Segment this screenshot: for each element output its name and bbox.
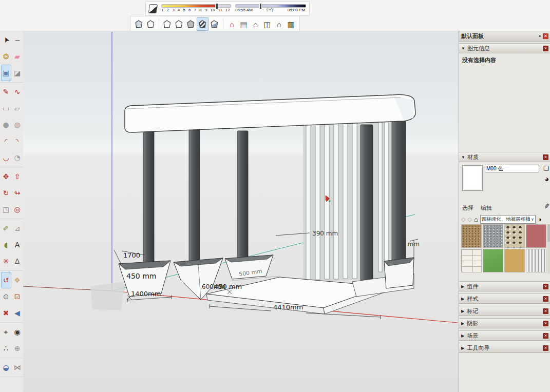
text-tool[interactable]: A [12, 237, 23, 253]
tray-close-button[interactable]: × [543, 33, 548, 39]
collapse-icon[interactable]: ▼ [461, 46, 465, 51]
extra-tool-1[interactable]: ◒ [1, 359, 11, 376]
expand-icon[interactable]: ▶ [461, 297, 464, 301]
material-swatch-sand[interactable] [504, 249, 525, 272]
time-slider-thumb[interactable] [259, 3, 262, 9]
pin-icon[interactable]: • [539, 33, 541, 39]
close-icon[interactable]: × [543, 321, 548, 326]
orbit-tool[interactable]: ↺ [1, 272, 11, 288]
zoom-extents-tool[interactable]: ✖ [1, 305, 11, 321]
date-slider-track[interactable] [161, 4, 231, 8]
viewport[interactable]: 1700450 mm1400mm600mm450 mm500 mm4410mm3… [23, 31, 459, 392]
tray-title-bar[interactable]: 默认面板 • × [459, 31, 550, 42]
arc-tool[interactable]: ◜ [1, 133, 11, 149]
tape-measure-tool[interactable]: ✐ [1, 220, 11, 237]
hidden-line-mode-button[interactable] [173, 17, 185, 31]
3d-text-tool[interactable]: Δ [12, 253, 23, 269]
panel-section-0[interactable]: ▶组件× [459, 281, 550, 291]
expand-icon[interactable]: ▶ [461, 346, 464, 350]
circle-tool[interactable]: ● [1, 116, 11, 133]
panel-section-3[interactable]: ▶阴影× [459, 318, 550, 328]
shaded-with-textures-mode-button[interactable] [197, 17, 208, 31]
polygon-tool[interactable]: ◍ [12, 116, 23, 133]
top-view-button[interactable]: ▤ [238, 17, 250, 31]
materials-header[interactable]: ▼ 材质 × [459, 152, 550, 162]
solid-tools[interactable]: ◪ [12, 65, 23, 81]
panel-section-2[interactable]: ▶标记× [459, 306, 550, 316]
pan-tool[interactable]: ❖ [12, 272, 23, 288]
iso-view-button[interactable]: ⌂ [226, 17, 238, 31]
close-icon[interactable]: × [543, 345, 548, 351]
panel-section-4[interactable]: ▶场景× [459, 330, 550, 341]
zoom-tool[interactable]: ⊙ [1, 288, 11, 305]
paint-bucket-tool[interactable]: ❂ [1, 48, 11, 65]
make-component-tool[interactable]: ▣ [1, 65, 11, 81]
back-view-button[interactable]: ⌂ [273, 17, 285, 31]
entity-info-close-button[interactable]: × [543, 46, 548, 51]
pie-tool[interactable]: ◔ [12, 149, 23, 166]
follow-me-tool[interactable]: ↬ [12, 185, 23, 201]
rotated-rectangle-tool[interactable]: ▱ [12, 100, 23, 116]
material-swatch-grass[interactable] [483, 249, 503, 272]
two-point-arc-tool[interactable]: ◝ [12, 133, 23, 149]
panel-section-5[interactable]: ▶工具向导× [459, 343, 550, 353]
right-view-button[interactable]: ◫ [261, 17, 273, 31]
back-arrow-icon[interactable]: ◇ [461, 216, 465, 223]
tab-select[interactable]: 选择 [462, 204, 473, 212]
walk-tool[interactable]: ∴ [1, 340, 11, 357]
material-swatch-gravel-grey[interactable] [483, 224, 503, 248]
entity-info-header[interactable]: ▼ 图元信息 × [459, 43, 550, 53]
axes-tool[interactable]: ✳ [1, 253, 11, 269]
material-swatch-fence[interactable] [526, 249, 546, 272]
forward-arrow-icon[interactable]: ◇ [467, 216, 471, 223]
sample-paint-pen-icon[interactable]: ✎ [542, 203, 550, 209]
material-swatch-pavers[interactable] [461, 249, 482, 272]
material-name-input[interactable] [485, 165, 539, 172]
lasso-select-tool[interactable]: ∽ [12, 32, 23, 48]
shaded-mode-button[interactable] [185, 17, 197, 31]
rotate-tool[interactable]: ↻ [1, 185, 11, 201]
expand-icon[interactable]: ▶ [461, 309, 464, 313]
close-icon[interactable]: × [543, 296, 548, 302]
move-tool[interactable]: ✥ [1, 168, 11, 185]
eraser-tool[interactable]: ▰ [12, 48, 23, 65]
push-pull-tool[interactable]: ⇧ [12, 168, 23, 185]
close-icon[interactable]: × [543, 284, 548, 289]
line-tool[interactable]: ✎ [1, 84, 11, 100]
collapse-icon[interactable]: ▼ [461, 155, 465, 160]
scale-tool[interactable]: ◳ [1, 201, 11, 218]
time-slider-track[interactable] [235, 4, 306, 8]
offset-tool[interactable]: ◎ [12, 201, 23, 218]
material-swatch-gravel-brown[interactable] [461, 224, 482, 248]
extra-tool-2[interactable]: ⋈ [12, 359, 23, 376]
previous-view-tool[interactable]: ◀ [12, 305, 23, 321]
freehand-tool[interactable]: ∿ [12, 84, 23, 100]
expand-icon[interactable]: ▶ [461, 321, 464, 326]
swatch-scrollbar[interactable] [547, 224, 550, 273]
material-category-dropdown[interactable]: 园林绿化、地被层和植被 ∨ [480, 215, 536, 224]
position-camera-tool[interactable]: ⌖ [1, 324, 11, 340]
left-view-button[interactable]: ▥ [285, 17, 297, 31]
dimension-tool[interactable]: ⊿ [12, 220, 23, 237]
protractor-tool[interactable]: ◖ [1, 237, 11, 253]
expand-icon[interactable]: ▶ [461, 284, 464, 289]
panel-section-1[interactable]: ▶样式× [459, 293, 550, 304]
material-swatch-cobblestone[interactable] [504, 224, 525, 248]
select-tool[interactable]: ➤ [1, 32, 11, 48]
shadow-date-slider[interactable]: 123456789101112 [161, 4, 231, 13]
wireframe-mode-button[interactable] [161, 17, 173, 31]
rectangle-tool[interactable]: ▭ [1, 100, 11, 116]
materials-close-button[interactable]: × [543, 154, 548, 160]
home-icon[interactable]: ⌂ [474, 215, 478, 223]
xray-mode-button[interactable] [133, 17, 145, 31]
swatch-scrollbar-thumb[interactable] [547, 224, 550, 242]
front-view-button[interactable]: ⌂ [250, 17, 261, 31]
close-icon[interactable]: × [543, 308, 548, 314]
details-icon[interactable]: ◑ [538, 215, 542, 223]
zoom-window-tool[interactable]: ⊡ [12, 288, 23, 305]
three-point-arc-tool[interactable]: ◡ [1, 149, 11, 166]
monochrome-mode-button[interactable] [208, 17, 220, 31]
tab-edit[interactable]: 编辑 [481, 204, 492, 212]
paint-brush-icon[interactable]: ◕ [544, 174, 549, 183]
date-slider-thumb[interactable] [216, 3, 218, 9]
